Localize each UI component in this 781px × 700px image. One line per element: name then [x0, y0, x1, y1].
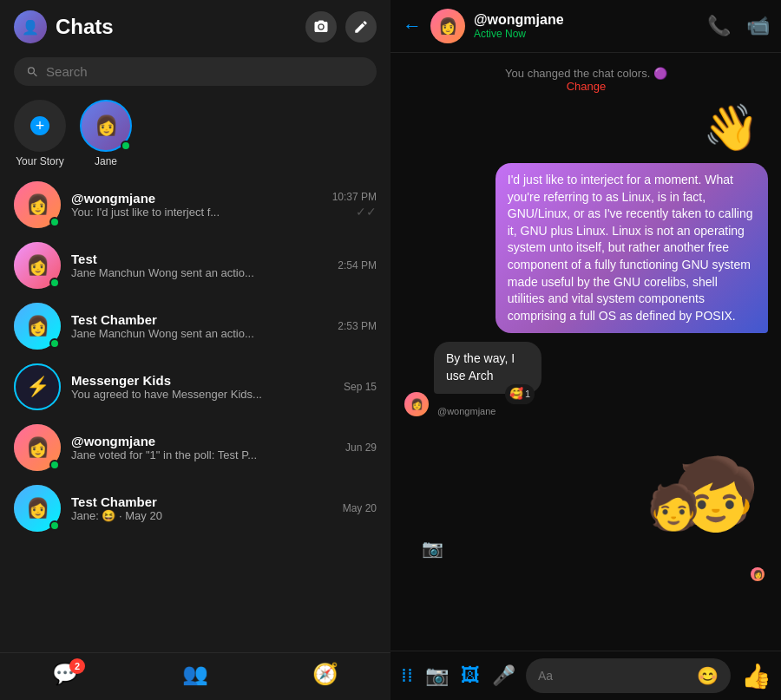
left-panel: 👤 Chats + [0, 0, 390, 700]
contact-status: Active Now [474, 28, 564, 40]
chat-list: 👩 @wongmjane You: I'd just like to inter… [0, 174, 390, 652]
nav-chats[interactable]: 💬 2 [52, 662, 78, 686]
chat-time-testchamber: 2:53 PM [338, 320, 377, 332]
received-bubble-col: By the way, I use Arch 🥰 1 @wongmjane [434, 342, 577, 415]
chat-name-wongmjane2: @wongmjane [71, 434, 335, 448]
chat-avatar-testchamber: 👩 [14, 303, 61, 350]
online-dot-wongmjane2 [49, 460, 60, 470]
chat-preview-test: Jane Manchun Wong sent an actio... [71, 266, 327, 279]
mic-input-icon[interactable]: 🎤 [492, 664, 515, 687]
video-button[interactable]: 📹 [746, 15, 770, 37]
chats-badge: 2 [69, 658, 85, 674]
contact-info[interactable]: 👩 @wongmjane Active Now [430, 9, 699, 43]
people-nav-icon: 👥 [182, 662, 208, 686]
contact-details: @wongmjane Active Now [474, 12, 564, 40]
online-dot-test [49, 278, 60, 288]
online-dot-testchamber2 [49, 520, 60, 531]
camera-float-icon[interactable]: 📷 [422, 538, 443, 559]
sent-message-row: I'd just like to interject for a moment.… [404, 163, 768, 333]
chat-avatar-wongmjane2: 👩 [14, 424, 61, 471]
chat-item-wongmjane2[interactable]: 👩 @wongmjane Jane voted for "1" in the p… [0, 417, 390, 478]
chat-preview-testchamber2: Jane: 😆 · May 20 [71, 509, 332, 522]
chat-time-wongmjane: 10:37 PM [332, 191, 377, 203]
chat-name-test: Test [71, 252, 327, 266]
right-header-actions: 📞 📹 [707, 15, 770, 37]
search-bar[interactable] [14, 57, 377, 86]
jane-story-item[interactable]: 👩 Jane [80, 100, 132, 167]
contact-avatar: 👩 [430, 9, 465, 43]
sent-bubble: I'd just like to interject for a moment.… [496, 163, 768, 333]
chat-area: You changed the chat colors. 🟣 Change 👋 … [390, 53, 781, 651]
discover-nav-icon: 🧭 [312, 662, 338, 686]
chat-time-testchamber2: May 20 [343, 502, 377, 514]
chat-avatar-testchamber2: 👩 [14, 485, 61, 532]
chat-content-wongmjane: @wongmjane You: I'd just like to interje… [71, 191, 322, 219]
jane-story-avatar: 👩 [80, 100, 132, 152]
wave-emoji: 👋 [703, 101, 759, 154]
chat-content-wongmjane2: @wongmjane Jane voted for "1" in the pol… [71, 434, 335, 461]
online-dot-wongmjane [49, 217, 60, 227]
chat-preview-wongmjane: You: I'd just like to interject f... [71, 206, 322, 219]
chat-item-testchamber[interactable]: 👩 Test Chamber Jane Manchun Wong sent an… [0, 296, 390, 357]
read-receipt: 👩 [404, 567, 768, 581]
grid-icon[interactable]: ⁞⁞ [401, 664, 413, 687]
online-indicator [121, 141, 131, 151]
chat-meta-testchamber2: May 20 [343, 502, 377, 514]
chat-meta-testchamber: 2:53 PM [338, 320, 377, 332]
chat-time-messenger-kids: Sep 15 [344, 381, 377, 393]
left-header: 👤 Chats [0, 0, 390, 54]
reaction-badge: 🥰 1 [505, 384, 535, 403]
chat-time-test: 2:54 PM [338, 259, 377, 271]
contact-name: @wongmjane [474, 12, 564, 28]
your-story-item[interactable]: + Your Story [14, 100, 66, 167]
chat-meta-wongmjane2: Jun 29 [345, 442, 377, 454]
sticker-area: 🧒 🧑 [404, 425, 768, 529]
phone-button[interactable]: 📞 [707, 15, 731, 37]
chat-preview-messenger-kids: You agreed to have Messenger Kids... [71, 388, 333, 401]
chat-content-messenger-kids: Messenger Kids You agreed to have Messen… [71, 373, 333, 401]
chat-avatar-messenger-kids: ⚡ [14, 363, 61, 410]
jane-story-label: Jane [95, 155, 117, 167]
chat-meta-wongmjane: 10:37 PM ✓✓ [332, 191, 377, 219]
nav-people[interactable]: 👥 [182, 662, 208, 686]
chat-avatar-test: 👩 [14, 242, 61, 289]
input-icons-left: ⁞⁞ 📷 🖼 🎤 [401, 664, 515, 687]
chat-name-testchamber: Test Chamber [71, 312, 327, 327]
right-header: ← 👩 @wongmjane Active Now 📞 📹 [390, 0, 781, 53]
emoji-icon[interactable]: 😊 [697, 665, 719, 686]
message-input-wrap[interactable]: 😊 [526, 658, 731, 693]
nav-discover[interactable]: 🧭 [312, 662, 338, 686]
input-area: ⁞⁞ 📷 🖼 🎤 😊 👍 [390, 651, 781, 700]
message-input[interactable] [538, 669, 690, 683]
your-story-label: Your Story [16, 155, 64, 167]
chat-name-wongmjane: @wongmjane [71, 191, 322, 206]
system-message: You changed the chat colors. 🟣 Change [404, 67, 768, 93]
search-icon [26, 65, 39, 79]
your-story-avatar: + [14, 100, 66, 152]
thumb-send-icon[interactable]: 👍 [741, 662, 771, 690]
chat-item-test[interactable]: 👩 Test Jane Manchun Wong sent an actio..… [0, 235, 390, 296]
back-button[interactable]: ← [403, 15, 422, 37]
online-dot-testchamber [49, 338, 60, 349]
chat-meta-messenger-kids: Sep 15 [344, 381, 377, 393]
edit-button[interactable] [345, 11, 377, 43]
read-receipt-avatar: 👩 [751, 567, 765, 581]
camera-input-icon[interactable]: 📷 [425, 664, 449, 687]
header-left: 👤 Chats [14, 10, 114, 43]
chat-content-testchamber: Test Chamber Jane Manchun Wong sent an a… [71, 312, 327, 340]
header-icons [305, 11, 377, 43]
photo-input-icon[interactable]: 🖼 [461, 664, 480, 687]
change-link[interactable]: Change [567, 80, 607, 93]
camera-float-area: 📷 [404, 538, 768, 559]
search-input[interactable] [46, 64, 364, 79]
chat-item-messenger-kids[interactable]: ⚡ Messenger Kids You agreed to have Mess… [0, 357, 390, 417]
user-avatar[interactable]: 👤 [14, 10, 47, 43]
received-bubble: By the way, I use Arch 🥰 1 [434, 342, 541, 393]
camera-button[interactable] [305, 11, 337, 43]
chat-item-wongmjane[interactable]: 👩 @wongmjane You: I'd just like to inter… [0, 174, 390, 235]
sticker-figure2: 🧑 [646, 486, 700, 529]
chat-item-testchamber2[interactable]: 👩 Test Chamber Jane: 😆 · May 20 May 20 [0, 478, 390, 539]
wave-emoji-area: 👋 [404, 101, 768, 154]
chat-time-wongmjane2: Jun 29 [345, 442, 377, 454]
chat-meta-test: 2:54 PM [338, 259, 377, 271]
